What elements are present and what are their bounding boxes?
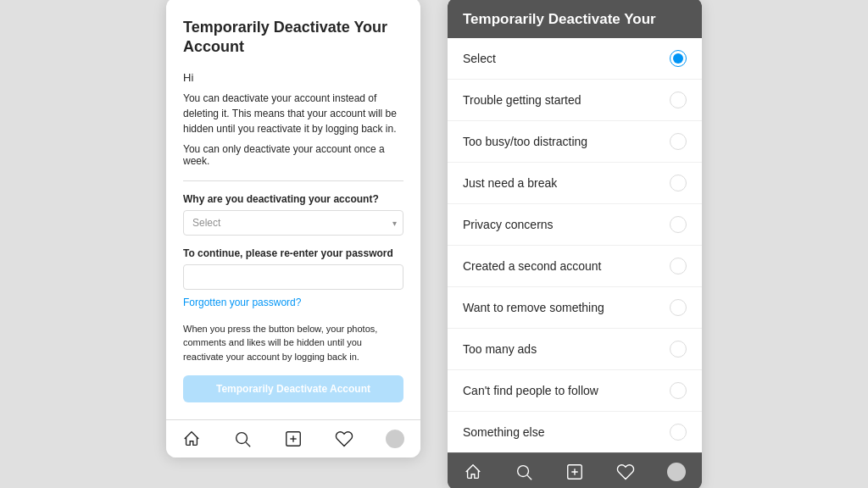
svg-line-1 xyxy=(246,442,250,446)
form-notice: You can only deactivate your account onc… xyxy=(183,143,403,167)
radio-button xyxy=(670,92,687,108)
dropdown-item-label: Privacy concerns xyxy=(463,218,554,231)
dropdown-item[interactable]: Something else xyxy=(448,412,702,452)
radio-button xyxy=(670,341,687,358)
reason-select[interactable]: Select xyxy=(183,210,403,236)
form-area: Temporarily Deactivate Your Account Hi Y… xyxy=(166,0,420,419)
dropdown-item[interactable]: Privacy concerns xyxy=(448,204,702,246)
dropdown-item-label: Created a second account xyxy=(463,259,601,273)
left-phone: Temporarily Deactivate Your Account Hi Y… xyxy=(166,0,420,458)
radio-button xyxy=(670,258,687,274)
dropdown-item-label: Want to remove something xyxy=(463,301,604,314)
dropdown-item[interactable]: Can't find people to follow xyxy=(448,370,702,412)
radio-button xyxy=(670,133,687,150)
dropdown-title: Temporarily Deactivate Your xyxy=(463,11,687,28)
profile-icon-right[interactable] xyxy=(666,462,687,482)
dropdown-item-label: Can't find people to follow xyxy=(463,384,598,397)
radio-button xyxy=(670,216,687,233)
bottom-nav-right xyxy=(448,452,702,488)
search-icon-right[interactable] xyxy=(514,462,534,482)
add-icon-right[interactable] xyxy=(565,462,585,482)
dropdown-item-label: Just need a break xyxy=(463,176,557,190)
svg-line-6 xyxy=(527,475,531,480)
forgot-password-link[interactable]: Forgotten your password? xyxy=(183,297,403,308)
form-desc1: You can deactivate your account instead … xyxy=(183,91,403,136)
dropdown-item[interactable]: Just need a break xyxy=(448,163,702,204)
home-icon-right[interactable] xyxy=(463,462,483,482)
dropdown-item[interactable]: Too busy/too distracting xyxy=(448,121,702,163)
radio-button xyxy=(670,50,687,67)
search-icon[interactable] xyxy=(232,429,253,449)
dropdown-item-label: Select xyxy=(463,52,496,65)
dropdown-item[interactable]: Too many ads xyxy=(448,329,702,370)
left-phone-content: Temporarily Deactivate Your Account Hi Y… xyxy=(166,0,420,419)
dropdown-list: SelectTrouble getting startedToo busy/to… xyxy=(448,38,702,452)
add-icon[interactable] xyxy=(283,429,303,449)
avatar-right xyxy=(667,463,686,481)
bottom-nav-left xyxy=(166,419,420,458)
reason-select-wrapper[interactable]: Select ▾ xyxy=(183,210,403,236)
dropdown-item-label: Too many ads xyxy=(463,342,537,356)
home-icon[interactable] xyxy=(181,429,202,449)
dropdown-item[interactable]: Want to remove something xyxy=(448,287,702,329)
dropdown-item-label: Too busy/too distracting xyxy=(463,135,587,148)
dropdown-item[interactable]: Trouble getting started xyxy=(448,80,702,121)
dropdown-header: Temporarily Deactivate Your xyxy=(448,0,702,38)
heart-icon[interactable] xyxy=(334,429,354,449)
deactivate-button[interactable]: Temporarily Deactivate Account xyxy=(183,375,403,402)
radio-button xyxy=(670,424,687,441)
svg-point-5 xyxy=(518,466,529,477)
form-divider xyxy=(183,180,403,181)
radio-button xyxy=(670,382,687,399)
password-input[interactable] xyxy=(183,264,403,290)
right-phone: Temporarily Deactivate Your SelectTroubl… xyxy=(448,0,702,488)
footer-desc: When you press the button below, your ph… xyxy=(183,322,403,364)
dropdown-item[interactable]: Select xyxy=(448,38,702,80)
form-title: Temporarily Deactivate Your Account xyxy=(183,18,403,58)
dropdown-item-label: Something else xyxy=(463,425,545,439)
why-label: Why are you deactivating your account? xyxy=(183,193,403,205)
form-hi: Hi xyxy=(183,71,403,84)
radio-button xyxy=(670,175,687,191)
radio-button xyxy=(670,299,687,316)
avatar xyxy=(386,430,404,448)
profile-icon[interactable] xyxy=(385,429,405,449)
svg-point-0 xyxy=(236,433,248,444)
heart-icon-right[interactable] xyxy=(615,462,636,482)
password-label: To continue, please re-enter your passwo… xyxy=(183,247,403,259)
dropdown-item-label: Trouble getting started xyxy=(463,93,581,107)
dropdown-item[interactable]: Created a second account xyxy=(448,246,702,287)
